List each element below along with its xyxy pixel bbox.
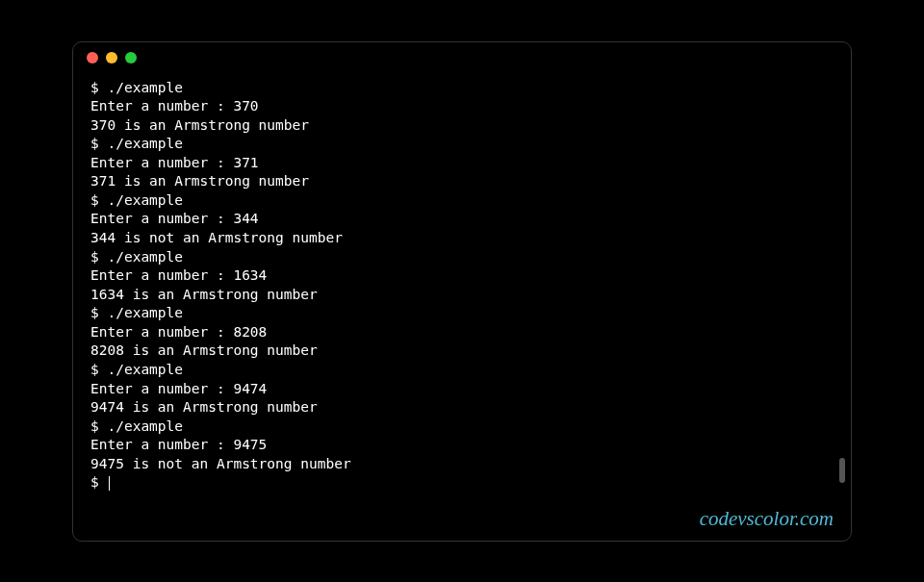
terminal-window: $ ./example Enter a number : 370 370 is … — [72, 41, 852, 542]
terminal-line: 1634 is an Armstrong number — [90, 287, 318, 302]
terminal-line: 9474 is an Armstrong number — [90, 399, 318, 415]
terminal-line: 344 is not an Armstrong number — [90, 230, 343, 245]
terminal-line: 370 is an Armstrong number — [90, 117, 309, 133]
terminal-line: Enter a number : 9474 — [90, 381, 267, 396]
terminal-prompt: $ — [90, 473, 110, 493]
terminal-line: 8208 is an Armstrong number — [90, 342, 318, 358]
terminal-line: Enter a number : 344 — [90, 211, 259, 226]
watermark: codevscolor.com — [700, 507, 834, 531]
terminal-line: $ ./example — [90, 136, 183, 151]
terminal-body[interactable]: $ ./example Enter a number : 370 370 is … — [73, 73, 851, 510]
terminal-line: $ ./example — [90, 418, 183, 434]
prompt-symbol: $ — [90, 474, 107, 490]
terminal-line: $ ./example — [90, 80, 183, 95]
title-bar — [73, 42, 851, 73]
minimize-icon[interactable] — [106, 52, 117, 63]
scrollbar-thumb[interactable] — [839, 458, 845, 483]
terminal-line: $ ./example — [90, 305, 183, 320]
terminal-line: 9475 is not an Armstrong number — [90, 456, 351, 471]
maximize-icon[interactable] — [125, 52, 137, 63]
terminal-line: $ ./example — [90, 249, 183, 265]
cursor-icon — [109, 476, 110, 491]
terminal-line: Enter a number : 9475 — [90, 437, 267, 452]
terminal-line: Enter a number : 371 — [90, 155, 259, 170]
terminal-line: Enter a number : 370 — [90, 98, 259, 114]
terminal-line: $ ./example — [90, 362, 183, 377]
terminal-line: $ ./example — [90, 192, 183, 208]
terminal-line: Enter a number : 1634 — [90, 267, 267, 283]
terminal-line: 371 is an Armstrong number — [90, 173, 309, 189]
terminal-line: Enter a number : 8208 — [90, 324, 267, 340]
close-icon[interactable] — [87, 52, 98, 63]
